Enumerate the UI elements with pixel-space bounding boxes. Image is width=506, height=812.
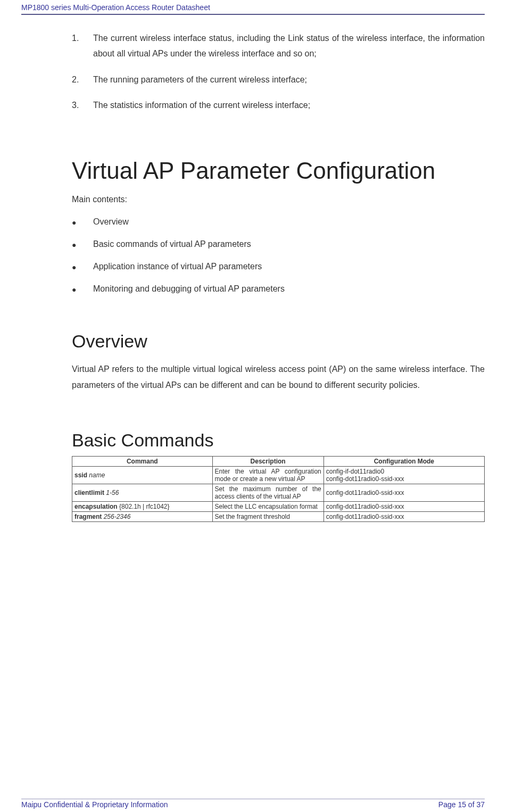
numbered-item: 1. The current wireless interface status…	[72, 31, 485, 62]
bullet-icon: ●	[72, 262, 93, 271]
footer-left: Maipu Confidential & Proprietary Informa…	[21, 800, 168, 809]
bullet-item: ● Monitoring and debugging of virtual AP…	[72, 284, 485, 294]
bullet-icon: ●	[72, 239, 93, 249]
bullet-item: ● Basic commands of virtual AP parameter…	[72, 239, 485, 249]
numbered-item: 2. The running parameters of the current…	[72, 72, 485, 88]
bullet-item: ● Application instance of virtual AP par…	[72, 262, 485, 271]
cmd-bold: clientlimit	[74, 489, 104, 496]
header-title: MP1800 series Multi-Operation Access Rou…	[21, 0, 485, 15]
page-content: 1. The current wireless interface status…	[21, 15, 485, 522]
cell-description: Set the maximum number of the access cli…	[212, 484, 323, 502]
bullet-item: ● Overview	[72, 217, 485, 227]
bullet-icon: ●	[72, 217, 93, 227]
table-row: clientlimit 1-56 Set the maximum number …	[72, 484, 485, 502]
cell-command: clientlimit 1-56	[72, 484, 213, 502]
cmd-plain: {802.1h | rfc1042}	[118, 503, 170, 510]
cmd-bold: ssid	[74, 471, 87, 479]
cell-mode: config-dot11radio0-ssid-xxx	[323, 502, 484, 512]
cell-description: Enter the virtual AP configuration mode …	[212, 467, 323, 484]
bullet-text: Basic commands of virtual AP parameters	[93, 239, 485, 249]
list-text: The statistics information of the curren…	[93, 98, 485, 113]
list-number: 2.	[72, 72, 93, 88]
list-text: The current wireless interface status, i…	[93, 31, 485, 62]
cell-description: Set the fragment threshold	[212, 512, 323, 522]
cell-command: encapsulation {802.1h | rfc1042}	[72, 502, 213, 512]
section-heading-overview: Overview	[72, 331, 485, 352]
bullet-text: Monitoring and debugging of virtual AP p…	[93, 284, 485, 294]
cmd-param: 1-56	[104, 489, 119, 496]
numbered-item: 3. The statistics information of the cur…	[72, 98, 485, 113]
cmd-bold: fragment	[74, 513, 102, 520]
cell-mode: config-dot11radio0-ssid-xxx	[323, 512, 484, 522]
footer-right: Page 15 of 37	[438, 800, 485, 809]
cmd-param: name	[87, 471, 105, 479]
cell-command: fragment 256-2346	[72, 512, 213, 522]
cell-mode: config-if-dot11radio0 config-dot11radio0…	[323, 467, 484, 484]
chapter-title: Virtual AP Parameter Configuration	[72, 156, 485, 185]
bullet-text: Application instance of virtual AP param…	[93, 262, 485, 271]
cell-command: ssid name	[72, 467, 213, 484]
cmd-param: 256-2346	[102, 513, 130, 520]
main-contents-label: Main contents:	[72, 195, 485, 204]
overview-body: Virtual AP refers to the multiple virtua…	[72, 361, 485, 393]
table-row: encapsulation {802.1h | rfc1042} Select …	[72, 502, 485, 512]
commands-table: Command Description Configuration Mode s…	[72, 456, 485, 522]
section-heading-basic-commands: Basic Commands	[72, 430, 485, 451]
col-header-description: Description	[212, 457, 323, 467]
cell-description: Select the LLC encapsulation format	[212, 502, 323, 512]
page-footer: Maipu Confidential & Proprietary Informa…	[21, 799, 485, 809]
col-header-mode: Configuration Mode	[323, 457, 484, 467]
list-number: 1.	[72, 31, 93, 62]
table-row: fragment 256-2346 Set the fragment thres…	[72, 512, 485, 522]
col-header-command: Command	[72, 457, 213, 467]
bullet-text: Overview	[93, 217, 485, 227]
list-number: 3.	[72, 98, 93, 113]
table-header-row: Command Description Configuration Mode	[72, 457, 485, 467]
cmd-bold: encapsulation	[74, 503, 118, 510]
bullet-icon: ●	[72, 284, 93, 294]
cell-mode: config-dot11radio0-ssid-xxx	[323, 484, 484, 502]
list-text: The running parameters of the current wi…	[93, 72, 485, 88]
table-row: ssid name Enter the virtual AP configura…	[72, 467, 485, 484]
